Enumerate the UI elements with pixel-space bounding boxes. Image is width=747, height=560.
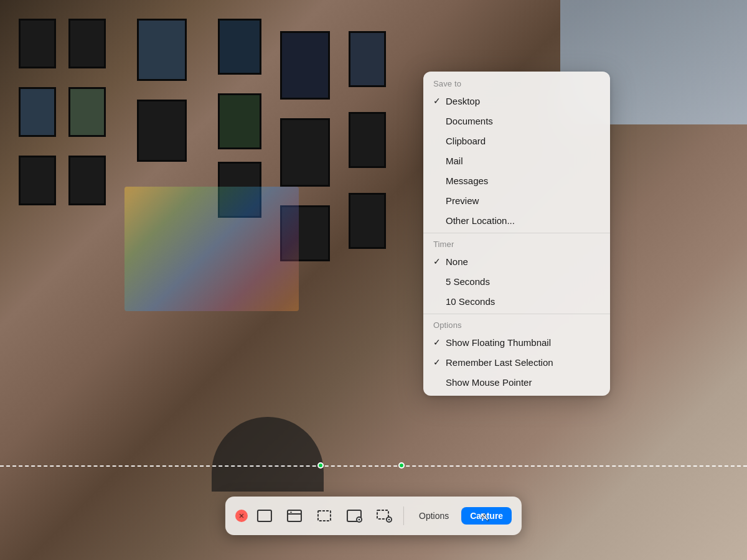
screen-video-button[interactable] [341,503,367,529]
checkmark-remember: ✓ [433,357,446,367]
options-button[interactable]: Options [410,507,458,525]
close-button[interactable] [235,510,248,522]
options-section-label: Options [423,317,610,332]
fullscreen-capture-button[interactable] [251,503,278,529]
window-17 [349,193,386,249]
svg-rect-2 [258,510,271,521]
separator-2 [423,314,610,314]
selection-video-button[interactable] [371,503,397,529]
window-7 [137,19,187,81]
mail-label: Mail [446,156,600,166]
close-icon [239,513,244,518]
window-capture-button[interactable] [281,503,308,529]
window-16 [349,112,386,168]
screen-video-icon [345,507,363,525]
separator-1 [423,233,610,233]
menu-item-remember-last-selection[interactable]: ✓ Remember Last Selection [423,352,610,372]
building-reflection [125,187,299,311]
window-10 [218,93,261,149]
fullscreen-icon [256,507,273,525]
messages-label: Messages [446,175,600,186]
selection-line [0,465,747,467]
window-8 [137,100,187,162]
capture-button[interactable]: Capture [461,507,512,525]
ten-seconds-label: 10 Seconds [446,296,600,307]
other-location-label: Other Location... [446,215,600,226]
menu-item-5-seconds[interactable]: 5 Seconds [423,271,610,291]
show-mouse-pointer-label: Show Mouse Pointer [446,377,600,388]
window-12 [280,31,330,100]
menu-item-messages[interactable]: Messages [423,170,610,190]
remember-last-selection-label: Remember Last Selection [446,357,600,368]
window-13 [280,118,330,187]
clipboard-label: Clipboard [446,136,600,146]
checkmark-desktop: ✓ [433,96,446,106]
window-6 [68,156,106,205]
svg-rect-5 [290,512,292,513]
toolbar-divider [403,506,404,525]
menu-item-mail[interactable]: Mail [423,151,610,170]
menu-item-clipboard[interactable]: Clipboard [423,131,610,151]
menu-item-none[interactable]: ✓ None [423,251,610,271]
menu-item-10-seconds[interactable]: 10 Seconds [423,291,610,311]
menu-item-documents[interactable]: Documents [423,111,610,131]
menu-item-preview[interactable]: Preview [423,190,610,210]
svg-rect-6 [318,511,331,521]
dropdown-menu: Save to ✓ Desktop Documents Clipboard Ma… [423,72,610,396]
desktop-label: Desktop [446,96,600,106]
svg-point-10 [358,519,360,521]
window-9 [218,19,261,75]
checkmark-none: ✓ [433,256,446,266]
selection-handle-left [317,462,324,469]
window-4 [68,87,106,137]
window-5 [19,156,56,205]
background [0,0,747,560]
timer-section-label: Timer [423,236,610,251]
svg-rect-3 [288,510,301,521]
window-1 [19,19,56,68]
checkmark-floating-thumbnail: ✓ [433,337,446,347]
documents-label: Documents [446,116,600,126]
selection-icon [316,507,333,525]
window-15 [349,31,386,87]
save-to-section-label: Save to [423,75,610,91]
show-floating-thumbnail-label: Show Floating Thumbnail [446,337,600,348]
window-3 [19,87,56,137]
svg-point-14 [388,519,390,521]
five-seconds-label: 5 Seconds [446,276,600,287]
window-icon [286,507,303,525]
none-label: None [446,256,600,267]
menu-item-desktop[interactable]: ✓ Desktop [423,91,610,111]
preview-label: Preview [446,195,600,206]
menu-item-other-location[interactable]: Other Location... [423,210,610,230]
selection-capture-button[interactable] [311,503,337,529]
menu-item-show-mouse-pointer[interactable]: Show Mouse Pointer [423,372,610,392]
selection-video-icon [375,507,393,525]
toolbar: Options Capture [225,497,522,535]
selection-handle-right [398,462,405,469]
menu-item-show-floating-thumbnail[interactable]: ✓ Show Floating Thumbnail [423,332,610,352]
window-2 [68,19,106,68]
